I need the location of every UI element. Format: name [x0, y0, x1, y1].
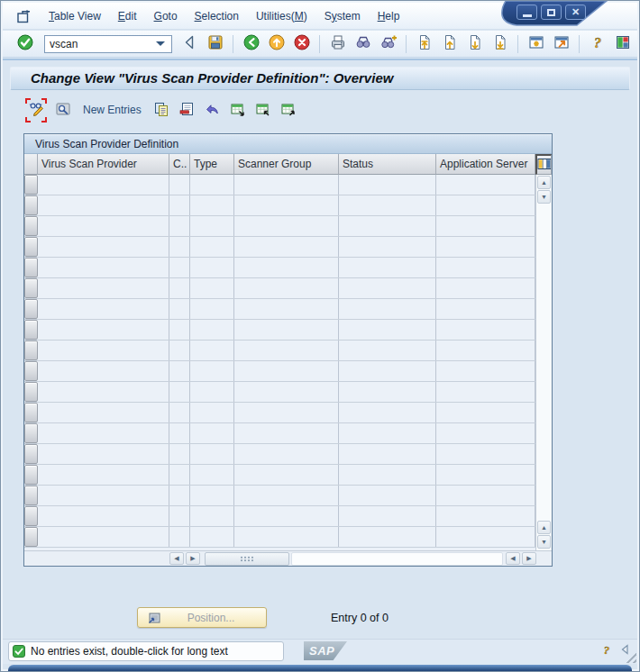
status-expand-button[interactable]	[617, 642, 632, 657]
menu-exit-icon[interactable]	[15, 9, 32, 23]
scroll-left-button[interactable]: ◀	[169, 552, 184, 565]
enter-button[interactable]	[14, 32, 36, 55]
row-selector[interactable]	[24, 237, 38, 257]
scroll-down-button-2[interactable]: ▼	[537, 535, 551, 549]
column-header-virus-scan-provider[interactable]: Virus Scan Provider	[38, 154, 169, 175]
row-selector[interactable]	[24, 465, 38, 485]
menu-selection[interactable]: Selection	[195, 10, 239, 23]
minimize-button[interactable]	[517, 5, 537, 20]
previous-item-button[interactable]	[178, 32, 201, 55]
menu-utilities-m[interactable]: Utilities(M)	[256, 10, 307, 23]
table-cell	[169, 423, 190, 443]
menu-goto[interactable]: Goto	[154, 10, 178, 23]
scroll-up-button[interactable]: ▲	[537, 176, 551, 189]
deselect-all-button[interactable]	[279, 100, 297, 121]
window-controls: ✕	[493, 1, 628, 28]
row-selector[interactable]	[24, 175, 38, 195]
previous-page-button[interactable]	[438, 32, 461, 55]
row-selector[interactable]	[24, 403, 38, 422]
row-selector[interactable]	[24, 258, 38, 277]
copy-as-button[interactable]	[152, 100, 170, 121]
horizontal-scrollbar-track[interactable]	[291, 552, 503, 566]
row-selector[interactable]	[24, 423, 38, 443]
row-selector[interactable]	[24, 216, 38, 236]
scroll-right-button[interactable]: ▶	[186, 552, 200, 565]
table-row	[24, 216, 552, 237]
dropdown-arrow-icon[interactable]	[154, 39, 171, 49]
first-page-button[interactable]	[413, 32, 435, 55]
table-settings-icon	[537, 158, 552, 173]
find-button[interactable]	[352, 32, 374, 55]
row-selector[interactable]	[24, 195, 38, 215]
status-message-box[interactable]: No entries exist, double-click for long …	[8, 641, 284, 661]
table-settings-button[interactable]	[535, 154, 552, 175]
vertical-scrollbar[interactable]: ▲▼ ▲▼	[535, 175, 552, 550]
select-block-button[interactable]	[253, 100, 271, 121]
scroll-up-button-2[interactable]: ▲	[537, 521, 551, 534]
display-view-button[interactable]	[54, 100, 72, 121]
create-shortcut-button[interactable]	[550, 32, 572, 55]
horizontal-scrollbar[interactable]: ◀ ▶ ◀ ▶	[24, 550, 552, 566]
menu-help[interactable]: Help	[378, 10, 400, 23]
command-input[interactable]	[45, 38, 154, 50]
scroll-down-button[interactable]: ▼	[537, 190, 551, 204]
table-cell	[38, 361, 169, 381]
table-cell	[339, 299, 436, 319]
position-button[interactable]: Position...	[137, 607, 267, 628]
print-button[interactable]	[326, 32, 349, 55]
row-selector[interactable]	[24, 361, 38, 381]
display-change-toggle-button[interactable]	[25, 98, 47, 123]
column-header-type[interactable]: Type	[190, 154, 234, 175]
exit-button[interactable]	[265, 32, 288, 55]
row-selector[interactable]	[24, 486, 38, 505]
menu-table-view[interactable]: Table View	[49, 10, 101, 23]
command-field[interactable]	[44, 35, 172, 53]
last-page-button[interactable]	[489, 32, 511, 55]
row-selector-header[interactable]	[24, 154, 38, 175]
customize-layout-button[interactable]	[611, 32, 634, 55]
row-selector[interactable]	[24, 278, 38, 298]
back-button[interactable]	[240, 32, 262, 55]
column-header-application-server[interactable]: Application Server	[436, 154, 535, 175]
horizontal-scrollbar-thumb[interactable]	[205, 552, 289, 566]
close-button[interactable]: ✕	[565, 5, 586, 20]
row-selector[interactable]	[24, 506, 38, 526]
table-cell	[38, 423, 169, 443]
save-button[interactable]	[204, 32, 226, 55]
row-selector[interactable]	[24, 382, 38, 402]
status-help-button[interactable]: ?	[599, 642, 614, 657]
column-header-status[interactable]: Status	[339, 154, 436, 175]
new-entries-button[interactable]: New Entries	[79, 102, 145, 118]
menu-edit[interactable]: Edit	[118, 10, 137, 23]
next-page-button[interactable]	[463, 32, 486, 55]
help-button[interactable]: ?	[586, 32, 608, 55]
scrollbar-corner	[537, 551, 552, 566]
table-cell	[339, 320, 436, 340]
table-cell	[38, 341, 169, 360]
delete-button[interactable]	[178, 100, 196, 121]
table-cell	[169, 527, 190, 547]
row-selector[interactable]	[24, 527, 38, 547]
select-all-button[interactable]	[228, 100, 246, 121]
table-cell	[339, 175, 436, 195]
table-row	[24, 361, 552, 382]
table-caption: Virus Scan Provider Definition	[24, 134, 552, 154]
cancel-button[interactable]	[290, 32, 313, 55]
scroll-left-button-2[interactable]: ◀	[506, 552, 520, 565]
table-cell	[234, 278, 339, 298]
undo-button[interactable]	[203, 100, 221, 121]
column-header-scanner-group[interactable]: Scanner Group	[234, 154, 339, 175]
new-session-button[interactable]	[525, 32, 547, 55]
column-header-c[interactable]: C..	[169, 154, 190, 175]
row-selector[interactable]	[24, 341, 38, 360]
row-selector[interactable]	[24, 299, 38, 319]
row-selector[interactable]	[24, 320, 38, 340]
find-icon	[354, 33, 372, 54]
row-selector[interactable]	[24, 444, 38, 464]
menu-system[interactable]: System	[325, 10, 361, 23]
save-icon	[206, 33, 224, 54]
maximize-button[interactable]	[541, 5, 562, 20]
table-cell	[169, 382, 190, 402]
find-next-button[interactable]	[377, 32, 399, 55]
scroll-right-button-2[interactable]: ▶	[522, 552, 536, 565]
